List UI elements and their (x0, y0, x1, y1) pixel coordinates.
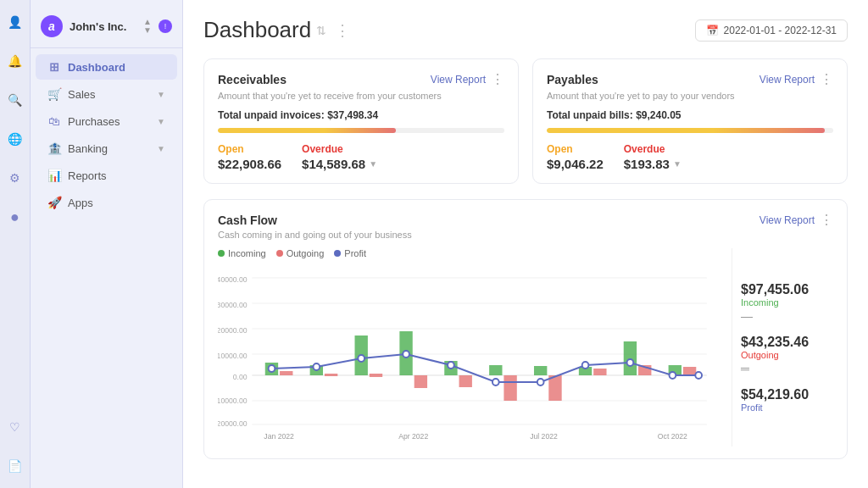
notification-badge: ! (159, 19, 172, 33)
apps-icon: 🚀 (47, 196, 61, 209)
svg-rect-17 (325, 374, 337, 376)
cashflow-card: Cash Flow View Report ⋮ Cash coming in a… (203, 199, 848, 459)
cashflow-chart: 40000.00 30000.00 20000.00 10000.00 0.00… (218, 265, 723, 443)
receivables-more-options[interactable]: ⋮ (491, 71, 504, 87)
sidebar-item-banking[interactable]: 🏦 Banking ▼ (36, 136, 177, 161)
search-icon[interactable]: 🔍 (3, 88, 27, 112)
cashflow-more-options[interactable]: ⋮ (820, 212, 833, 228)
chevron-icon: ▼ (157, 117, 165, 126)
payables-view-report[interactable]: View Report (760, 74, 815, 86)
dashboard-icon: ⊞ (47, 60, 61, 74)
svg-rect-29 (593, 369, 606, 375)
svg-point-34 (269, 365, 275, 372)
profit-dot (334, 250, 341, 257)
company-logo: a (41, 15, 63, 37)
main-content: Dashboard ⇅ ⋮ 📅 2022-01-01 - 2022-12-31 … (183, 0, 868, 488)
cashflow-header: Cash Flow View Report ⋮ (218, 212, 833, 228)
incoming-dot (218, 250, 225, 257)
svg-point-43 (670, 372, 676, 379)
svg-rect-25 (504, 375, 516, 401)
payables-open: Open $9,046.22 (547, 143, 604, 171)
page-title: Dashboard ⇅ ⋮ (203, 17, 695, 43)
svg-point-42 (627, 359, 634, 366)
nav-header: a John's Inc. ▲▼ ! (31, 8, 182, 48)
svg-rect-26 (534, 366, 547, 375)
svg-text:-10000.00: -10000.00 (218, 396, 248, 405)
svg-text:10000.00: 10000.00 (218, 352, 248, 360)
chart-area: Incoming Outgoing Profit 40000.00 300 (218, 248, 833, 446)
sidebar-item-sales[interactable]: 🛒 Sales ▼ (36, 81, 177, 107)
payables-overdue: Overdue $193.83 ▼ (624, 143, 682, 171)
globe-icon[interactable]: 🌐 (3, 127, 27, 151)
svg-text:Oct 2022: Oct 2022 (658, 432, 687, 441)
chart-summary: $97,455.06 Incoming — $43,235.46 Outgoin… (732, 248, 833, 446)
svg-point-40 (537, 379, 544, 385)
company-switcher[interactable]: ▲▼ (143, 18, 152, 35)
company-name: John's Inc. (70, 20, 136, 33)
receivables-open: Open $22,908.66 (218, 143, 281, 171)
date-range-picker[interactable]: 📅 2022-01-01 - 2022-12-31 (695, 19, 848, 42)
summary-incoming: $97,455.06 Incoming — (741, 282, 833, 323)
svg-text:0.00: 0.00 (233, 373, 248, 381)
user-icon[interactable]: 👤 (3, 10, 27, 34)
svg-text:30000.00: 30000.00 (218, 301, 248, 309)
more-options-icon[interactable]: ⋮ (335, 21, 350, 40)
calendar-icon: 📅 (706, 25, 719, 36)
svg-rect-23 (459, 375, 472, 387)
svg-point-44 (695, 372, 702, 379)
nav-sidebar: a John's Inc. ▲▼ ! ⊞ Dashboard 🛒 Sales ▼… (31, 0, 183, 488)
settings-icon[interactable]: ⚙ (3, 166, 27, 190)
svg-text:40000.00: 40000.00 (218, 275, 248, 284)
svg-text:Jan 2022: Jan 2022 (264, 432, 294, 441)
document-icon[interactable]: 📄 (3, 454, 27, 478)
svg-text:Jul 2022: Jul 2022 (530, 432, 558, 441)
legend-incoming: Incoming (218, 248, 266, 258)
receivables-title: Receivables (218, 73, 431, 86)
payables-title: Payables (547, 73, 760, 86)
receivables-progress (218, 128, 504, 133)
chevron-icon: ▼ (157, 144, 165, 153)
sidebar-item-apps[interactable]: 🚀 Apps (36, 190, 177, 215)
outgoing-dot (276, 250, 283, 257)
summary-outgoing: $43,235.46 Outgoing ═ (741, 335, 833, 375)
payables-progress (547, 128, 833, 133)
chevron-icon: ▼ (157, 90, 165, 99)
receivables-card: Receivables View Report ⋮ Amount that yo… (203, 58, 519, 184)
sales-icon: 🛒 (47, 87, 61, 101)
chart-legend: Incoming Outgoing Profit (218, 248, 723, 258)
help-icon[interactable]: ● (3, 205, 27, 229)
svg-point-37 (403, 351, 409, 358)
svg-point-36 (358, 355, 364, 362)
payables-amounts: Open $9,046.22 Overdue $193.83 ▼ (547, 143, 833, 171)
svg-rect-33 (683, 367, 696, 375)
svg-text:Apr 2022: Apr 2022 (398, 432, 428, 441)
receivables-view-report[interactable]: View Report (431, 74, 486, 86)
payables-card: Payables View Report ⋮ Amount that you'r… (532, 58, 848, 184)
summary-cards: Receivables View Report ⋮ Amount that yo… (203, 58, 848, 184)
svg-rect-24 (489, 365, 502, 375)
sidebar-item-reports[interactable]: 📊 Reports (36, 163, 177, 188)
overdue-dropdown[interactable]: ▼ (369, 159, 377, 169)
svg-point-39 (492, 379, 499, 385)
icon-sidebar: 👤 🔔 🔍 🌐 ⚙ ● ♡ 📄 (0, 0, 31, 488)
heart-icon[interactable]: ♡ (3, 415, 27, 439)
payables-more-options[interactable]: ⋮ (820, 71, 833, 87)
receivables-subtitle: Amount that you're yet to receive from y… (218, 91, 504, 101)
payables-subtitle: Amount that you're yet to pay to your ve… (547, 91, 833, 101)
payables-total: Total unpaid bills: $9,240.05 (547, 109, 833, 121)
receivables-overdue: Overdue $14,589.68 ▼ (302, 143, 377, 171)
bell-icon[interactable]: 🔔 (3, 49, 27, 73)
receivables-header: Receivables View Report ⋮ (218, 71, 504, 87)
title-sort-icon[interactable]: ⇅ (316, 24, 326, 37)
purchases-icon: 🛍 (47, 114, 61, 128)
chart-main: Incoming Outgoing Profit 40000.00 300 (218, 248, 723, 446)
cashflow-view-report[interactable]: View Report (760, 214, 815, 226)
cashflow-title: Cash Flow (218, 214, 760, 227)
sidebar-item-purchases[interactable]: 🛍 Purchases ▼ (36, 108, 177, 134)
payables-header: Payables View Report ⋮ (547, 71, 833, 87)
sidebar-item-dashboard[interactable]: ⊞ Dashboard (36, 54, 177, 80)
svg-rect-15 (280, 371, 292, 375)
payables-overdue-dropdown[interactable]: ▼ (673, 159, 682, 169)
svg-point-41 (582, 362, 589, 369)
reports-icon: 📊 (47, 169, 61, 182)
